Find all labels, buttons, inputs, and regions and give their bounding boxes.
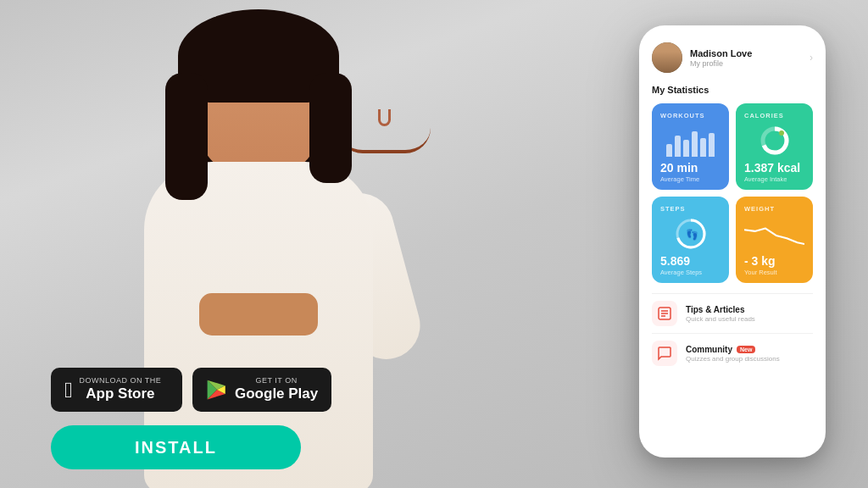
calories-label: CALORIES <box>744 112 804 119</box>
community-icon <box>652 341 677 366</box>
steps-value: 5.869 <box>660 255 721 267</box>
bar-6 <box>709 133 715 157</box>
steps-visual: 👣 <box>660 218 721 250</box>
donut-chart <box>759 125 791 157</box>
app-store-large-text: App Store <box>80 385 162 402</box>
workouts-card: WORKOUTS 20 min Average Time <box>652 103 729 190</box>
svg-text:👣: 👣 <box>686 228 698 241</box>
tips-title: Tips & Articles <box>686 305 755 314</box>
avatar-image <box>652 42 682 73</box>
profile-section[interactable]: Madison Love My profile › <box>652 42 813 73</box>
steps-icon: 👣 <box>674 218 708 250</box>
calories-value: 1.387 kcal <box>744 162 804 174</box>
weight-card: WEIGHT - 3 kg Your Result <box>736 197 813 283</box>
steps-card: STEPS 👣 5.869 Average Steps <box>652 197 729 283</box>
apple-icon:  <box>64 377 73 403</box>
weight-desc: Your Result <box>744 269 804 276</box>
profile-info: Madison Love My profile <box>690 47 752 68</box>
svg-point-2 <box>779 130 784 136</box>
profile-subtitle: My profile <box>690 59 752 68</box>
app-store-small-text: Download on the <box>80 376 162 385</box>
workouts-value: 20 min <box>660 162 721 174</box>
chevron-right-icon: › <box>810 52 813 64</box>
bar-chart <box>666 127 715 157</box>
google-play-text: GET IT ON Google Play <box>235 376 318 402</box>
tips-subtitle: Quick and useful reads <box>686 315 755 323</box>
bar-2 <box>675 136 681 157</box>
bar-1 <box>666 144 672 157</box>
profile-left: Madison Love My profile <box>652 42 752 73</box>
hands <box>199 293 318 336</box>
app-store-text: Download on the App Store <box>80 376 162 402</box>
workouts-visual <box>660 125 721 157</box>
workouts-label: WORKOUTS <box>660 112 721 119</box>
profile-name: Madison Love <box>690 47 752 59</box>
phone-screen: Madison Love My profile › My Statistics … <box>639 25 826 458</box>
calories-visual <box>744 125 804 157</box>
steps-label: STEPS <box>660 205 721 213</box>
avatar <box>652 42 682 73</box>
tips-text: Tips & Articles Quick and useful reads <box>686 305 755 323</box>
new-badge: New <box>737 346 755 353</box>
community-subtitle: Quizzes and group discussions <box>686 355 780 363</box>
google-play-icon <box>206 379 228 401</box>
article-icon <box>657 306 672 321</box>
community-text: Community New Quizzes and group discussi… <box>686 345 780 363</box>
weight-value: - 3 kg <box>744 255 804 267</box>
steps-desc: Average Steps <box>660 269 721 276</box>
hair-side-right <box>309 73 352 183</box>
community-chat-icon <box>657 346 672 361</box>
hair-side-left <box>165 73 208 200</box>
google-play-small-text: GET IT ON <box>235 376 318 385</box>
calories-desc: Average Intake <box>744 175 804 183</box>
install-button[interactable]: INSTALL <box>51 425 301 469</box>
community-title: Community New <box>686 345 780 354</box>
community-item[interactable]: Community New Quizzes and group discussi… <box>652 333 813 373</box>
tips-item[interactable]: Tips & Articles Quick and useful reads <box>652 293 813 333</box>
nose <box>378 109 391 126</box>
google-play-button[interactable]: GET IT ON Google Play <box>192 368 331 412</box>
weight-visual <box>744 218 804 250</box>
stats-grid: WORKOUTS 20 min Average Time CALORIE <box>652 103 813 283</box>
stats-title: My Statistics <box>652 85 813 95</box>
weight-chart <box>744 220 804 250</box>
weight-label: WEIGHT <box>744 205 804 213</box>
workouts-desc: Average Time <box>660 175 721 183</box>
google-play-large-text: Google Play <box>235 385 318 402</box>
app-store-button[interactable]:  Download on the App Store <box>51 368 182 412</box>
bar-4 <box>692 131 698 157</box>
phone-mockup: Madison Love My profile › My Statistics … <box>639 25 826 458</box>
bar-3 <box>683 140 689 157</box>
store-buttons-area:  Download on the App Store GET IT ON Go… <box>51 368 331 412</box>
tips-icon <box>652 301 677 326</box>
calories-card: CALORIES 1.387 kcal Average Intake <box>736 103 813 190</box>
bar-5 <box>700 138 706 157</box>
person-image <box>68 5 449 488</box>
